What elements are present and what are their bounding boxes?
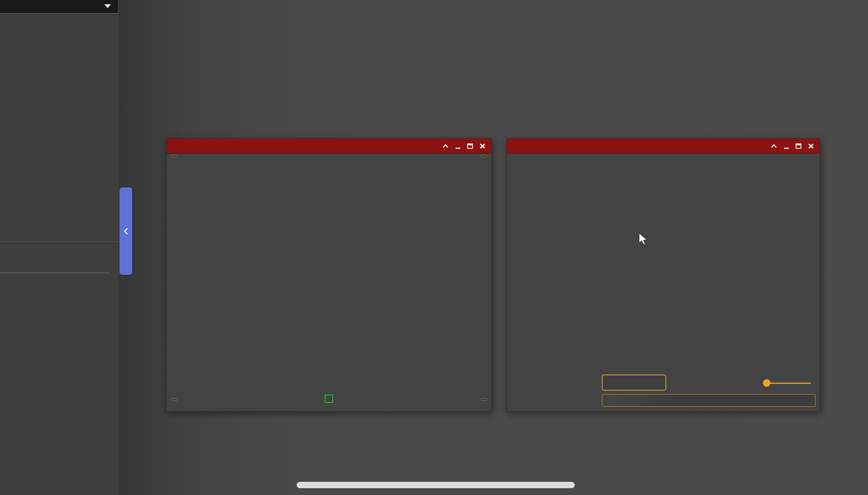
threshold-slider[interactable] [602,394,815,407]
ppi-radar-display[interactable] [507,153,821,365]
minimize-icon [784,143,789,149]
cursor-readout [167,393,491,404]
chevron-up-icon [442,144,448,148]
maximize-button[interactable] [465,141,475,151]
window-controls [769,141,815,151]
minimize-button[interactable] [453,141,462,151]
close-icon [480,143,485,149]
series-legend-swatch[interactable] [325,394,333,403]
sidebar-collapse-handle[interactable] [120,187,132,275]
contrast-slider-track[interactable] [767,383,811,384]
chevron-down-icon [104,4,111,8]
minimize-button[interactable] [782,141,791,151]
sidebar [0,0,119,495]
a-scope-window [166,138,492,411]
module-list [0,13,119,14]
maximize-icon [467,143,473,149]
a-scope-chart[interactable] [167,153,492,391]
collapse-button[interactable] [769,141,779,151]
horizontal-scrollbar[interactable] [297,482,575,488]
ppi-scope-window [506,138,820,411]
module-filter-dropdown[interactable] [0,0,118,13]
app-root [0,0,868,495]
sidebar-item-selected-ppi[interactable] [0,254,119,273]
collapse-button[interactable] [441,141,450,151]
chevron-up-icon [771,144,777,148]
close-button[interactable] [478,141,487,151]
window-controls [441,141,487,151]
ppi-scope-titlebar[interactable] [507,139,820,154]
sidebar-divider [0,273,109,273]
close-icon [808,143,814,149]
maximize-icon [796,143,801,149]
sidebar-divider [0,241,119,242]
minimize-icon [455,143,461,149]
maximize-button[interactable] [794,141,803,151]
contrast-slider-knob[interactable] [763,379,771,387]
chevron-left-icon [123,227,129,235]
close-button[interactable] [806,141,815,151]
max-range-input[interactable] [602,375,666,391]
a-scope-titlebar[interactable] [167,139,491,154]
